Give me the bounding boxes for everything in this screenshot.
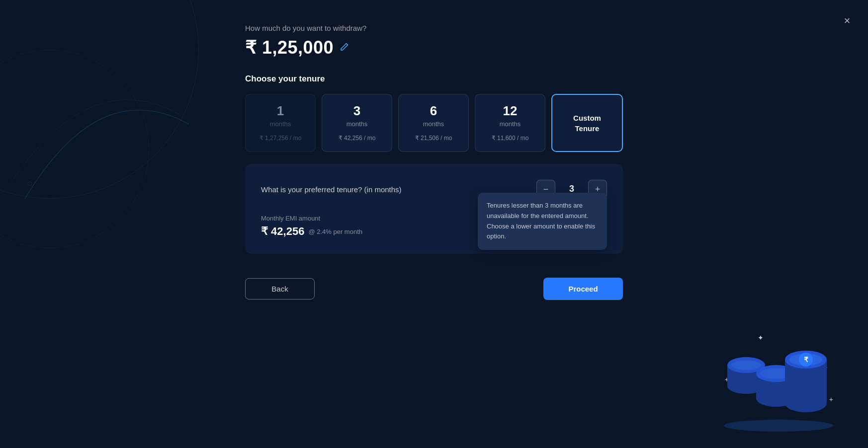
sparkle-2: ✦ [822,364,828,372]
amount-row: ₹ 1,25,000 [245,37,623,58]
svg-point-29 [789,354,822,366]
tenure-unit-6m: months [423,120,444,128]
tenure-unit-3m: months [347,120,368,128]
svg-point-20 [785,374,827,392]
tenure-emi-12m: ₹ 11,600 / mo [492,135,529,142]
emi-rate: @ 2.4% per month [308,228,362,235]
svg-rect-15 [756,373,796,388]
svg-point-22 [785,380,827,398]
tooltip-text: Tenures lesser than 3 months are unavail… [487,202,595,240]
tenure-card-1m[interactable]: 1 months ₹ 1,27,256 / mo [245,94,316,152]
back-button[interactable]: Back [245,278,315,299]
svg-point-30 [799,353,813,367]
svg-rect-3 [727,373,765,386]
main-content: How much do you want to withdraw? ₹ 1,25… [245,0,623,300]
bg-arc-svg [0,25,199,224]
svg-point-4 [727,366,765,381]
svg-point-28 [785,351,827,369]
svg-point-18 [785,394,827,412]
tenure-number-3m: 3 [353,104,360,117]
tenure-number-1m: 1 [277,104,284,117]
svg-point-0 [28,182,32,186]
svg-point-16 [756,365,796,382]
svg-rect-27 [785,360,827,376]
svg-point-25 [789,365,822,377]
tenure-card-custom[interactable]: CustomTenure [551,94,623,152]
tenure-options: 1 months ₹ 1,27,256 / mo 3 months ₹ 42,2… [245,94,623,152]
emi-amount: ₹ 42,256 [261,225,304,238]
svg-point-12 [756,375,796,392]
tenure-emi-6m: ₹ 21,506 / mo [415,135,452,142]
tenure-unit-1m: months [270,120,291,128]
sparkle-3: + [725,375,729,383]
proceed-button[interactable]: Proceed [543,278,623,300]
tenure-card-6m[interactable]: 6 months ₹ 21,506 / mo [398,94,469,152]
bottom-actions: Back Proceed [245,278,623,300]
svg-point-21 [789,377,822,389]
svg-point-17 [760,368,792,379]
svg-rect-11 [756,383,796,398]
svg-rect-19 [785,383,827,403]
svg-point-26 [785,368,827,385]
tenure-emi-1m: ₹ 1,27,256 / mo [260,135,302,142]
edit-icon[interactable] [340,42,349,54]
svg-point-6 [727,370,765,385]
svg-point-24 [785,362,827,380]
question-label: How much do you want to withdraw? [245,24,623,32]
svg-point-10 [756,390,796,407]
tenure-emi-3m: ₹ 42,256 / mo [339,135,376,142]
svg-point-1 [724,420,833,432]
svg-point-5 [731,369,761,378]
coin-decoration: ✦ ✦ + + [709,334,838,433]
svg-point-9 [731,360,761,370]
custom-tenure-label: CustomTenure [573,113,601,134]
tenure-number-12m: 12 [503,104,518,117]
tooltip-box: Tenures lesser than 3 months are unavail… [478,193,607,250]
svg-point-2 [727,378,765,394]
custom-tenure-panel: What is your preferred tenure? (in month… [245,164,623,254]
coins-svg: ₹ [719,344,838,433]
tenure-question: What is your preferred tenure? (in month… [261,185,402,194]
tenure-unit-12m: months [500,120,521,128]
svg-rect-23 [785,371,827,389]
svg-text:₹: ₹ [804,356,808,364]
svg-point-8 [727,357,765,373]
tenure-card-3m[interactable]: 3 months ₹ 42,256 / mo [322,94,392,152]
tenure-number-6m: 6 [430,104,437,117]
sparkle-4: + [829,395,833,403]
svg-rect-7 [727,365,765,377]
section-title: Choose your tenure [245,74,623,84]
sparkle-1: ✦ [758,334,764,342]
svg-point-13 [760,378,792,389]
tenure-card-12m[interactable]: 12 months ₹ 11,600 / mo [475,94,545,152]
svg-point-14 [756,380,796,397]
amount-value: ₹ 1,25,000 [245,37,334,58]
close-button[interactable]: × [838,12,856,30]
